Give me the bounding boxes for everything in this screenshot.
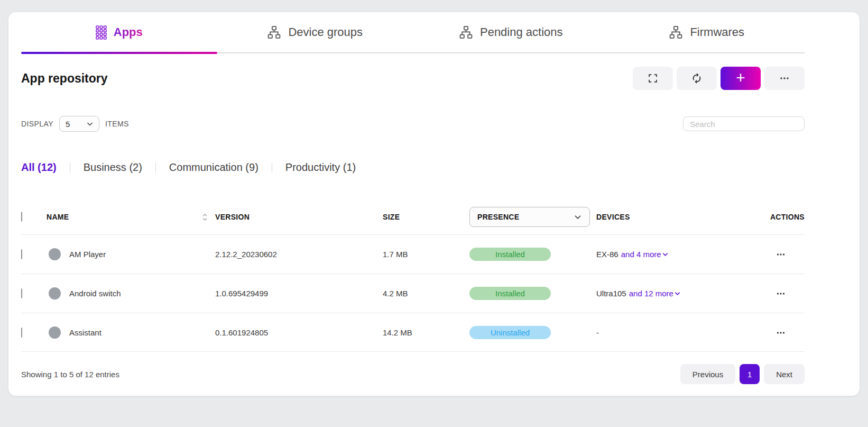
- items-label: ITEMS: [105, 120, 129, 128]
- app-name: AM Player: [69, 250, 106, 259]
- tab-pending-actions-label: Pending actions: [480, 25, 563, 39]
- toolbar: +: [633, 67, 805, 90]
- devices-more-link[interactable]: and 12 more: [629, 289, 681, 298]
- items-per-page-select[interactable]: 5: [59, 116, 99, 132]
- more-options-button[interactable]: [764, 67, 805, 90]
- sort-icon[interactable]: [201, 213, 209, 222]
- app-repository-card: Apps Device groups: [8, 12, 860, 396]
- table-row: Assistant 0.1.601924805 14.2 MB Uninstal…: [21, 313, 805, 352]
- presence-badge: Installed: [469, 287, 551, 300]
- next-page-button[interactable]: Next: [764, 364, 805, 384]
- app-avatar: [49, 248, 61, 260]
- filter-business[interactable]: Business (2): [70, 161, 155, 174]
- fullscreen-button[interactable]: [633, 67, 673, 90]
- presence-badge: Uninstalled: [469, 326, 551, 339]
- row-checkbox[interactable]: [21, 288, 22, 298]
- sitemap-icon: [669, 25, 683, 40]
- column-header-size[interactable]: SIZE: [383, 213, 400, 221]
- more-options-icon: [775, 327, 787, 339]
- table-row: Android switch 1.0.695429499 4.2 MB Inst…: [21, 274, 805, 313]
- filter-communication[interactable]: Communication (9): [156, 161, 272, 174]
- chevron-down-icon: [573, 212, 583, 222]
- chevron-down-icon: [661, 250, 669, 258]
- chevron-down-icon: [86, 120, 94, 128]
- table-row: AM Player 2.12.2_20230602 1.7 MB Install…: [21, 234, 805, 274]
- previous-page-button[interactable]: Previous: [680, 364, 735, 384]
- device-name: Ultra105: [596, 289, 626, 298]
- category-filters: All (12) Business (2) Communication (9) …: [21, 160, 805, 175]
- column-header-presence: PRESENCE: [477, 213, 519, 221]
- refresh-button[interactable]: [677, 67, 717, 90]
- row-checkbox[interactable]: [21, 328, 22, 338]
- fullscreen-icon: [647, 72, 659, 84]
- column-header-version[interactable]: VERSION: [215, 213, 250, 221]
- row-actions-button[interactable]: [757, 249, 805, 260]
- more-options-icon: [775, 288, 787, 299]
- page-title: App repository: [21, 71, 108, 86]
- app-avatar: [49, 326, 61, 339]
- current-page-button[interactable]: 1: [740, 364, 760, 384]
- app-version: 1.0.695429499: [215, 289, 383, 298]
- column-header-devices[interactable]: DEVICES: [596, 213, 630, 221]
- device-name: -: [596, 328, 599, 337]
- tab-pending-actions[interactable]: Pending actions: [413, 12, 609, 52]
- main-tabs: Apps Device groups: [21, 12, 805, 53]
- sitemap-icon: [267, 25, 281, 40]
- devices-more-link[interactable]: and 4 more: [621, 250, 669, 259]
- items-per-page-value: 5: [66, 120, 70, 129]
- more-options-icon: [778, 72, 791, 85]
- tab-apps[interactable]: Apps: [21, 12, 217, 52]
- apps-grid-icon: [96, 25, 107, 40]
- column-header-actions: ACTIONS: [757, 213, 805, 221]
- row-actions-button[interactable]: [757, 327, 805, 339]
- row-actions-button[interactable]: [757, 288, 805, 299]
- presence-filter-select[interactable]: PRESENCE: [469, 207, 590, 227]
- tab-apps-label: Apps: [114, 25, 143, 39]
- select-all-checkbox[interactable]: [21, 212, 22, 222]
- display-label: DISPLAY: [21, 120, 53, 128]
- refresh-icon: [691, 72, 703, 84]
- app-size: 14.2 MB: [383, 328, 469, 337]
- tab-device-groups-label: Device groups: [288, 25, 363, 39]
- column-header-name[interactable]: NAME: [47, 213, 69, 221]
- app-size: 1.7 MB: [383, 250, 469, 259]
- plus-icon: +: [736, 70, 745, 86]
- app-name: Assistant: [69, 328, 101, 337]
- app-version: 0.1.601924805: [215, 328, 383, 337]
- app-name: Android switch: [69, 289, 121, 298]
- apps-table: NAME VERSION SIZE PRESENCE: [21, 199, 805, 352]
- tab-firmwares[interactable]: Firmwares: [609, 12, 805, 52]
- app-version: 2.12.2_20230602: [215, 250, 383, 259]
- search-input[interactable]: [683, 116, 805, 131]
- presence-badge: Installed: [469, 248, 551, 261]
- filter-all[interactable]: All (12): [21, 161, 70, 174]
- pagination: Previous 1 Next: [680, 364, 805, 384]
- device-name: EX-86: [596, 250, 618, 259]
- sitemap-icon: [459, 25, 473, 40]
- tab-firmwares-label: Firmwares: [690, 25, 744, 39]
- app-avatar: [49, 287, 61, 299]
- add-button[interactable]: +: [721, 67, 761, 90]
- chevron-down-icon: [673, 289, 681, 297]
- row-checkbox[interactable]: [21, 249, 22, 259]
- tab-device-groups[interactable]: Device groups: [217, 12, 413, 52]
- entries-summary: Showing 1 to 5 of 12 entries: [21, 370, 119, 379]
- app-size: 4.2 MB: [383, 289, 469, 298]
- filter-productivity[interactable]: Productivity (1): [272, 161, 369, 174]
- more-options-icon: [775, 249, 787, 260]
